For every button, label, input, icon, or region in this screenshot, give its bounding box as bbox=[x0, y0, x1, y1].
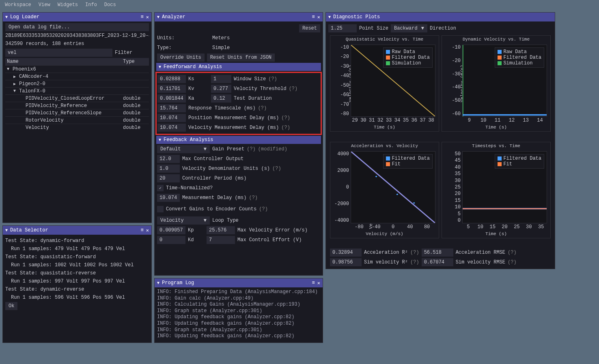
close-icon[interactable]: ✕ bbox=[146, 14, 149, 20]
reset-units-button[interactable]: Reset Units from JSON bbox=[207, 54, 275, 62]
data-selector-line: Run 1 samples: 1002 Volt 1002 Pos 1002 V… bbox=[5, 261, 149, 269]
close-icon[interactable]: ✕ bbox=[146, 227, 149, 233]
position-delay-input[interactable] bbox=[157, 114, 186, 122]
program-log-header[interactable]: ▼ Program Log ≡ ✕ bbox=[155, 278, 323, 287]
menu-icon[interactable]: ≡ bbox=[312, 280, 315, 286]
svg-point-6 bbox=[413, 202, 415, 204]
tree-item[interactable]: ▼TalonFX-0 bbox=[5, 87, 149, 94]
plots-header[interactable]: ▼ Diagnostic Plots bbox=[326, 13, 555, 21]
help-icon[interactable]: (?) bbox=[247, 146, 256, 152]
tree-item[interactable]: PIDVelocity_ReferenceSlopedouble bbox=[5, 109, 149, 116]
data-selector-line: Test State: quasistatic-forward bbox=[5, 253, 149, 261]
units-value: Meters bbox=[212, 35, 230, 41]
direction-select[interactable]: Backward▼ bbox=[391, 24, 427, 32]
log-line: INFO: Gain calc (Analyzer.cpp:49) bbox=[157, 295, 320, 302]
ks-input[interactable] bbox=[157, 75, 186, 83]
menu-icon[interactable]: ≡ bbox=[141, 227, 144, 233]
velocity-threshold-input[interactable] bbox=[211, 85, 231, 93]
menubar: Workspace View Widgets Info Docs bbox=[0, 0, 599, 10]
help-icon[interactable]: (?) bbox=[272, 166, 281, 171]
help-icon[interactable]: (?) bbox=[258, 105, 267, 111]
type-value: Simple bbox=[212, 45, 230, 51]
kd-input[interactable] bbox=[157, 236, 185, 244]
gain-preset-select[interactable]: Default▼ bbox=[157, 145, 210, 153]
records-label: 342590 records, 188 entries bbox=[5, 40, 149, 47]
tree-item[interactable]: RotorVelocitydouble bbox=[5, 116, 149, 124]
point-size-input[interactable] bbox=[328, 24, 357, 32]
kv-input[interactable] bbox=[157, 85, 186, 93]
panel-title: Analyzer bbox=[162, 14, 185, 20]
window-size-input[interactable] bbox=[211, 75, 231, 83]
time-normalized-checkbox[interactable]: ✓ bbox=[157, 185, 164, 191]
ok-button[interactable]: Ok bbox=[5, 302, 17, 310]
svg-point-5 bbox=[396, 194, 398, 195]
feedforward-highlight: KsWindow Size(?) KvVelocity Threshold(?)… bbox=[155, 72, 322, 135]
menu-docs[interactable]: Docs bbox=[104, 2, 116, 8]
data-selector-header[interactable]: ▼ Data Selector ≡ ✕ bbox=[3, 226, 151, 235]
feedforward-header[interactable]: ▼Feedforward Analysis bbox=[156, 63, 321, 71]
tree-item[interactable]: PIDVelocity_ClosedLoopErrordouble bbox=[5, 94, 149, 102]
accel-r2-value bbox=[330, 248, 362, 257]
help-icon[interactable]: (?) bbox=[281, 125, 290, 131]
convert-gains-checkbox[interactable] bbox=[157, 206, 164, 212]
help-icon[interactable]: (?) bbox=[289, 86, 298, 92]
filter-input[interactable] bbox=[5, 49, 112, 57]
response-timescale-input[interactable] bbox=[157, 104, 186, 112]
plot-quasistatic-velocity[interactable]: Quasistatic Velocity vs. Time Velocity (… bbox=[330, 35, 439, 132]
collapse-icon: ▼ bbox=[5, 228, 8, 233]
close-icon[interactable]: ✕ bbox=[317, 280, 320, 286]
max-output-input[interactable] bbox=[157, 155, 180, 163]
max-control-effort-input[interactable] bbox=[207, 236, 235, 244]
plot-timesteps[interactable]: Timesteps vs. Time Timestep duration (ms… bbox=[442, 142, 551, 238]
data-selector-line: Run 1 samples: 479 Volt 479 Pos 479 Vel bbox=[5, 245, 149, 253]
collapse-icon: ▼ bbox=[328, 15, 331, 19]
measurement-delay-input[interactable] bbox=[157, 194, 180, 202]
kp-input[interactable] bbox=[157, 226, 185, 234]
tree-item[interactable]: ▼Phoenix6 bbox=[5, 65, 149, 73]
override-units-button[interactable]: Override Units bbox=[157, 54, 205, 62]
log-line: INFO: Updating feedback gains (Analyzer.… bbox=[157, 333, 320, 340]
menu-workspace[interactable]: Workspace bbox=[5, 2, 31, 8]
menu-view[interactable]: View bbox=[39, 2, 50, 8]
loop-type-select[interactable]: Velocity▼ bbox=[157, 216, 210, 225]
log-loader-header[interactable]: ▼ Log Loader ≡ ✕ bbox=[3, 13, 151, 21]
help-icon[interactable]: (?) bbox=[249, 195, 258, 201]
log-line: INFO: Finished Preparing Data (AnalysisM… bbox=[157, 289, 320, 295]
reset-button[interactable]: Reset bbox=[299, 24, 320, 32]
data-selector-line: Test State: dynamic-forward bbox=[5, 237, 149, 244]
analyzer-header[interactable]: ▼ Analyzer ≡ ✕ bbox=[155, 13, 323, 21]
help-icon[interactable]: (?) bbox=[508, 250, 517, 255]
max-vel-error-input[interactable] bbox=[207, 226, 235, 234]
filter-label: Filter bbox=[115, 50, 132, 56]
tree-item[interactable]: Velocitydouble bbox=[5, 124, 149, 131]
ka-input[interactable] bbox=[157, 94, 186, 103]
plot-dynamic-velocity[interactable]: Dynamic Velocity vs. Time Velocity (m/s)… bbox=[442, 35, 551, 132]
collapse-icon: ▼ bbox=[5, 15, 8, 19]
open-file-button[interactable]: Open data log file... bbox=[5, 23, 149, 31]
chevron-down-icon: ▼ bbox=[204, 146, 207, 152]
help-icon[interactable]: (?) bbox=[508, 259, 517, 265]
help-icon[interactable]: (?) bbox=[410, 259, 419, 265]
panel-title: Diagnostic Plots bbox=[333, 14, 380, 20]
menu-icon[interactable]: ≡ bbox=[312, 14, 315, 20]
plot-accel-velocity[interactable]: Acceleration vs. Velocity Velocity-Porti… bbox=[330, 142, 439, 238]
controller-period-input[interactable] bbox=[157, 174, 180, 182]
tree-item[interactable]: ▶Pigeon2-0 bbox=[5, 80, 149, 87]
help-icon[interactable]: (?) bbox=[268, 76, 277, 82]
menu-widgets[interactable]: Widgets bbox=[58, 2, 78, 8]
feedback-header[interactable]: ▼Feedback Analysis bbox=[156, 136, 321, 144]
menu-info[interactable]: Info bbox=[85, 2, 97, 8]
vel-denom-input[interactable] bbox=[157, 165, 180, 173]
help-icon[interactable]: (?) bbox=[410, 250, 419, 255]
tree-item[interactable]: PIDVelocity_Referencedouble bbox=[5, 102, 149, 109]
log-line: INFO: Graph state (Analyzer.cpp:301) bbox=[157, 327, 320, 334]
log-line: INFO: Updating feedback gains (Analyzer.… bbox=[157, 314, 320, 321]
tree-item[interactable]: ▶CANcoder-4 bbox=[5, 73, 149, 80]
type-label: Type: bbox=[157, 45, 210, 51]
menu-icon[interactable]: ≡ bbox=[141, 14, 144, 20]
help-icon[interactable]: (?) bbox=[281, 115, 290, 121]
help-icon[interactable]: (?) bbox=[259, 206, 268, 212]
close-icon[interactable]: ✕ bbox=[317, 14, 320, 20]
test-duration-input[interactable] bbox=[211, 94, 231, 103]
velocity-delay-input[interactable] bbox=[157, 124, 186, 132]
